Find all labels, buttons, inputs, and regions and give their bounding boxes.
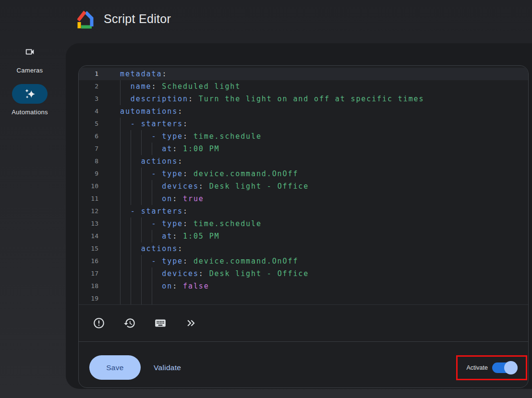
code-editor[interactable]: 1metadata:2name: Scheduled light3descrip…: [79, 66, 528, 304]
line-number: 3: [79, 93, 98, 105]
code-line: 14at: 1:05 PM: [79, 230, 528, 242]
indent-guide: [120, 93, 121, 105]
line-number: 19: [79, 292, 98, 304]
indent-guide: [152, 193, 152, 205]
code-line: 6- type: time.schedule: [79, 130, 528, 143]
code-line: 17devices: Desk light - Office: [79, 267, 528, 280]
code-line: 12- starters:: [79, 205, 528, 217]
sidebar-item-label: Automations: [12, 109, 48, 116]
sparkle-icon: [24, 88, 36, 100]
indent-guide: [152, 280, 152, 292]
code-line: 5- starters:: [79, 118, 528, 130]
indent-guide: [131, 130, 131, 143]
indent-guide: [120, 255, 121, 267]
line-number: 15: [79, 242, 98, 255]
indent-guide: [152, 143, 152, 155]
indent-guide: [120, 180, 121, 193]
indent-guide: [120, 168, 121, 180]
indent-guide: [120, 217, 121, 230]
code-line: 8actions:: [79, 155, 528, 168]
indent-guide: [120, 242, 121, 255]
expand-toolbar-button[interactable]: [185, 317, 197, 329]
code-line: 9- type: device.command.OnOff: [79, 168, 528, 180]
indent-guide: [141, 143, 142, 155]
indent-guide: [131, 292, 131, 304]
sidebar-item-label: Cameras: [17, 67, 43, 74]
line-number: 5: [79, 118, 98, 130]
indent-guide: [152, 180, 152, 193]
indent-guide: [141, 193, 142, 205]
line-number: 12: [79, 205, 98, 217]
editor-footer: Save Validate Activate: [79, 341, 528, 387]
videocam-icon: [24, 47, 35, 57]
indent-guide: [120, 130, 121, 143]
indent-guide: [141, 230, 142, 242]
indent-guide: [141, 267, 142, 280]
indent-guide: [120, 80, 121, 93]
code-line: 19: [79, 292, 528, 304]
save-button[interactable]: Save: [89, 355, 141, 380]
toggle-thumb: [504, 361, 518, 374]
activate-label: Activate: [467, 364, 488, 371]
code-line: 16- type: device.command.OnOff: [79, 255, 528, 267]
sidebar: Cameras Automations: [0, 42, 60, 116]
code-line: 3description: Turn the light on and off …: [79, 93, 528, 105]
line-number: 14: [79, 230, 98, 242]
problems-button[interactable]: [93, 317, 105, 329]
code-line: 1metadata:: [79, 68, 528, 80]
indent-guide: [120, 155, 121, 168]
indent-guide: [131, 180, 131, 193]
line-number: 17: [79, 267, 98, 280]
indent-guide: [131, 230, 131, 242]
sidebar-item-cameras[interactable]: Cameras: [17, 42, 43, 74]
indent-guide: [131, 280, 131, 292]
indent-guide: [131, 267, 131, 280]
sidebar-item-automations[interactable]: Automations: [12, 74, 48, 116]
double-chevron-icon: [185, 317, 197, 329]
indent-guide: [120, 292, 121, 304]
indent-guide: [152, 230, 152, 242]
indent-guide: [152, 267, 152, 280]
indent-guide: [131, 217, 131, 230]
line-number: 18: [79, 280, 98, 292]
activate-highlight-box: Activate: [456, 355, 527, 380]
history-icon: [123, 317, 136, 329]
code-line: 15actions:: [79, 242, 528, 255]
code-line: 18on: false: [79, 280, 528, 292]
indent-guide: [141, 180, 142, 193]
code-line: 4automations:: [79, 105, 528, 118]
indent-guide: [141, 130, 142, 143]
history-button[interactable]: [123, 317, 136, 329]
indent-guide: [131, 242, 131, 255]
indent-guide: [152, 292, 152, 304]
indent-guide: [141, 255, 142, 267]
indent-guide: [141, 217, 142, 230]
editor-panel: 1metadata:2name: Scheduled light3descrip…: [66, 43, 532, 389]
activate-toggle[interactable]: [492, 361, 518, 374]
page-title: Script Editor: [104, 12, 171, 26]
line-number: 9: [79, 168, 98, 180]
indent-guide: [120, 267, 121, 280]
indent-guide: [141, 280, 142, 292]
line-number: 13: [79, 217, 98, 230]
error-outline-icon: [93, 317, 105, 329]
indent-guide: [120, 143, 121, 155]
line-number: 6: [79, 130, 98, 143]
indent-guide: [120, 118, 121, 130]
indent-guide: [141, 292, 142, 304]
automations-active-pill: [12, 84, 48, 104]
keyboard-button[interactable]: [154, 317, 167, 329]
indent-guide: [131, 155, 131, 168]
line-number: 7: [79, 143, 98, 155]
line-number: 16: [79, 255, 98, 267]
indent-guide: [120, 205, 121, 217]
validate-button[interactable]: Validate: [154, 363, 181, 372]
keyboard-icon: [154, 317, 167, 329]
code-line: 2name: Scheduled light: [79, 80, 528, 93]
indent-guide: [120, 193, 121, 205]
code-line: 7at: 1:00 PM: [79, 143, 528, 155]
code-line: 11on: true: [79, 193, 528, 205]
line-number: 1: [79, 68, 98, 80]
indent-guide: [131, 143, 131, 155]
line-number: 4: [79, 105, 98, 118]
